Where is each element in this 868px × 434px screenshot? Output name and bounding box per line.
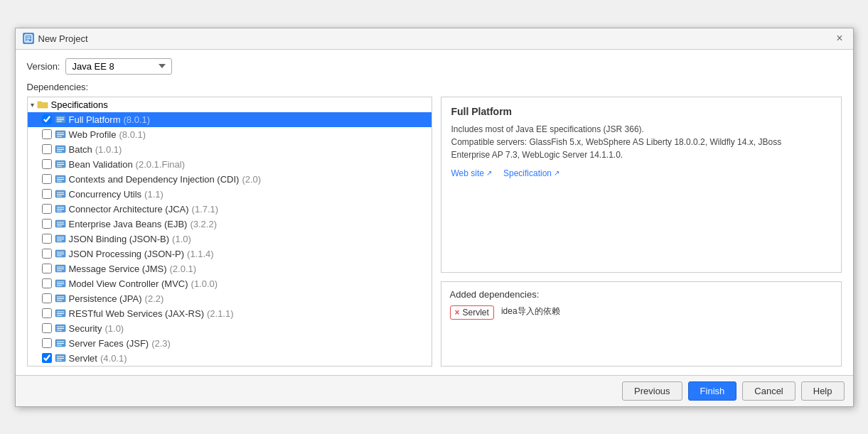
dep-icon-web-profile <box>55 129 66 139</box>
tree-item-jsonb[interactable]: JSON Binding (JSON-B) (1.0) <box>28 232 432 246</box>
tree-item-full-platform[interactable]: Full Platform (8.0.1) <box>28 112 432 127</box>
info-box: Full Platform Includes most of Java EE s… <box>441 97 842 273</box>
info-title: Full Platform <box>451 106 831 117</box>
deps-tags: × Servlet idea导入的依赖 <box>450 305 832 320</box>
info-desc: Includes most of Java EE specifications … <box>451 123 831 161</box>
dialog-icon <box>23 33 34 44</box>
previous-button[interactable]: Previous <box>622 381 682 401</box>
specification-link[interactable]: Specification ↗ <box>503 168 559 178</box>
tree-item-jpa[interactable]: Persistence (JPA) (2.2) <box>28 291 432 306</box>
servlet-tag-label: Servlet <box>463 308 489 318</box>
tree-item-mvc[interactable]: Model View Controller (MVC) (1.0.0) <box>28 276 432 291</box>
dialog-footer: Previous Finish Cancel Help <box>16 375 853 406</box>
item-label-web-profile: Web Profile <box>69 129 117 140</box>
checkbox-jaxrs[interactable] <box>42 308 52 318</box>
main-content: ▾ Specifications Full Platform (8.0.1) <box>27 97 842 367</box>
item-label-servlet: Servlet <box>69 353 97 364</box>
tree-item-bean-validation[interactable]: Bean Validation (2.0.1.Final) <box>28 157 432 172</box>
remove-servlet-button[interactable]: × <box>455 308 460 317</box>
dep-icon-jpa <box>55 293 66 303</box>
dialog-body: Version: Java EE 8Java EE 7Jakarta EE 9J… <box>16 50 853 375</box>
tree-category-specifications[interactable]: ▾ Specifications <box>28 97 432 112</box>
tree-item-cdi[interactable]: Contexts and Dependency Injection (CDI) … <box>28 172 432 187</box>
item-version-jsonb: (1.0) <box>172 234 191 244</box>
web-site-link[interactable]: Web site ↗ <box>451 168 492 178</box>
item-version-jms: (2.0.1) <box>169 264 196 274</box>
tree-item-jca[interactable]: Connector Architecture (JCA) (1.7.1) <box>28 202 432 217</box>
item-label-jaxrs: RESTful Web Services (JAX-RS) <box>69 308 204 319</box>
item-label-cdi: Contexts and Dependency Injection (CDI) <box>69 174 240 185</box>
finish-button[interactable]: Finish <box>688 381 737 401</box>
item-version-ejb: (3.2.2) <box>190 219 217 229</box>
checkbox-full-platform[interactable] <box>42 114 52 124</box>
checkbox-ejb[interactable] <box>42 219 52 229</box>
tree-item-batch[interactable]: Batch (1.0.1) <box>28 142 432 157</box>
tree-item-web-profile[interactable]: Web Profile (8.0.1) <box>28 127 432 142</box>
checkbox-mvc[interactable] <box>42 278 52 288</box>
checkbox-security[interactable] <box>42 323 52 333</box>
item-label-ejb: Enterprise Java Beans (EJB) <box>69 219 188 229</box>
titlebar-left: New Project <box>23 33 88 44</box>
tree-item-jms[interactable]: Message Service (JMS) (2.0.1) <box>28 261 432 276</box>
item-version-jsonp: (1.1.4) <box>187 249 214 259</box>
checkbox-jms[interactable] <box>42 264 52 273</box>
tree-item-ejb[interactable]: Enterprise Java Beans (EJB) (3.2.2) <box>28 217 432 232</box>
checkbox-jsf[interactable] <box>42 338 52 348</box>
web-site-link-label: Web site <box>451 168 484 178</box>
dep-icon-jsonb <box>55 234 66 244</box>
item-label-concurrency: Concurrency Utils <box>69 189 142 200</box>
item-version-full-platform: (8.0.1) <box>123 114 150 125</box>
external-link-icon: ↗ <box>486 169 492 177</box>
checkbox-batch[interactable] <box>42 144 52 154</box>
dep-icon-jca <box>55 204 66 214</box>
chevron-down-icon: ▾ <box>31 101 34 109</box>
servlet-dependency-tag: × Servlet <box>450 305 494 320</box>
tree-item-jaxrs[interactable]: RESTful Web Services (JAX-RS) (2.1.1) <box>28 306 432 321</box>
version-select[interactable]: Java EE 8Java EE 7Jakarta EE 9Jakarta EE… <box>65 58 172 75</box>
dep-icon-jaxrs <box>55 308 66 318</box>
dep-icon-concurrency <box>55 189 66 199</box>
new-project-dialog: New Project × Version: Java EE 8Java EE … <box>15 28 854 407</box>
right-panel: Full Platform Includes most of Java EE s… <box>441 97 842 367</box>
category-label: Specifications <box>51 99 108 110</box>
titlebar: New Project × <box>16 28 853 50</box>
dependencies-tree[interactable]: ▾ Specifications Full Platform (8.0.1) <box>27 97 432 367</box>
item-version-concurrency: (1.1) <box>144 189 164 200</box>
item-label-jsonb: JSON Binding (JSON-B) <box>69 234 170 244</box>
item-version-jpa: (2.2) <box>145 293 164 304</box>
annotation-text: idea导入的依赖 <box>501 305 560 318</box>
tree-item-servlet[interactable]: Servlet (4.0.1) <box>28 351 432 366</box>
tree-item-jsf[interactable]: Server Faces (JSF) (2.3) <box>28 336 432 351</box>
checkbox-bean-validation[interactable] <box>42 159 52 169</box>
version-row: Version: Java EE 8Java EE 7Jakarta EE 9J… <box>27 58 842 75</box>
checkbox-jca[interactable] <box>42 204 52 214</box>
tree-item-security[interactable]: Security (1.0) <box>28 321 432 336</box>
checkbox-jsonp[interactable] <box>42 249 52 259</box>
dep-icon-mvc <box>55 278 66 288</box>
item-label-full-platform: Full Platform <box>69 114 121 125</box>
tree-item-jsonp[interactable]: JSON Processing (JSON-P) (1.1.4) <box>28 246 432 261</box>
dep-icon-batch <box>55 144 66 154</box>
checkbox-servlet[interactable] <box>42 353 52 363</box>
checkbox-concurrency[interactable] <box>42 189 52 199</box>
tree-item-concurrency[interactable]: Concurrency Utils (1.1) <box>28 187 432 202</box>
checkbox-web-profile[interactable] <box>42 129 52 139</box>
added-dependencies-label: Added dependencies: <box>450 289 832 300</box>
specification-link-label: Specification <box>503 168 552 178</box>
close-button[interactable]: × <box>833 33 845 44</box>
item-version-servlet: (4.0.1) <box>100 353 127 364</box>
added-dependencies-section: Added dependencies: × Servlet idea导入的依赖 <box>441 281 842 367</box>
dep-icon-security <box>55 323 66 333</box>
cancel-button[interactable]: Cancel <box>742 381 795 401</box>
dialog-title: New Project <box>38 33 88 44</box>
item-label-jms: Message Service (JMS) <box>69 264 167 274</box>
item-version-security: (1.0) <box>105 323 124 334</box>
dep-icon-jsonp <box>55 249 66 259</box>
dependencies-label: Dependencies: <box>27 82 842 92</box>
item-version-mvc: (1.0.0) <box>191 278 218 289</box>
dep-icon-bean-validation <box>55 159 66 169</box>
checkbox-cdi[interactable] <box>42 174 52 184</box>
help-button[interactable]: Help <box>801 381 845 401</box>
checkbox-jsonb[interactable] <box>42 234 52 244</box>
checkbox-jpa[interactable] <box>42 293 52 303</box>
